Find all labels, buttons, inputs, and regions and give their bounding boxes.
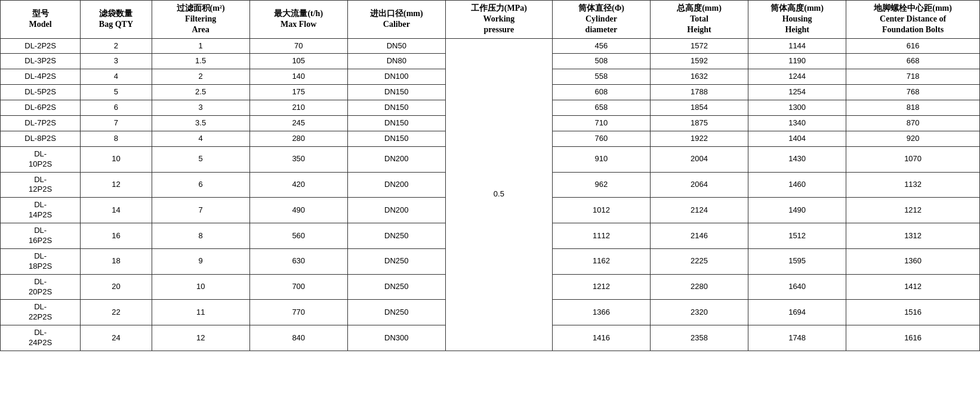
cell-bag: 24	[81, 325, 152, 351]
cell-bag: 5	[81, 85, 152, 100]
cell-bag: 4	[81, 69, 152, 85]
cell-flow: 280	[249, 131, 347, 146]
col-header-area-zh: 过滤面积(m²)FilteringArea	[152, 1, 249, 39]
cell-cylinder: 710	[552, 116, 650, 131]
cell-bag: 18	[81, 248, 152, 274]
cell-model: DL-5P2S	[1, 85, 81, 100]
col-header-model-zh: 型号Model	[1, 1, 81, 39]
cell-model: DL-3P2S	[1, 54, 81, 69]
cell-housing: 1254	[748, 85, 846, 100]
cell-flow: 210	[249, 100, 347, 116]
cell-housing: 1694	[748, 300, 846, 325]
cell-caliber: DN250	[347, 248, 445, 274]
cell-bag: 3	[81, 54, 152, 69]
cell-caliber: DN150	[347, 100, 445, 116]
cell-total: 2225	[650, 248, 748, 274]
cell-model: DL- 14P2S	[1, 198, 81, 223]
cell-bolts: 920	[846, 131, 980, 146]
cell-housing: 1404	[748, 131, 846, 146]
cell-total: 1788	[650, 85, 748, 100]
cell-total: 1632	[650, 69, 748, 85]
cell-model: DL- 10P2S	[1, 146, 81, 172]
cell-bag: 10	[81, 146, 152, 172]
cell-flow: 560	[249, 223, 347, 249]
cell-bolts: 668	[846, 54, 980, 69]
cell-bolts: 1070	[846, 146, 980, 172]
cell-bolts: 616	[846, 38, 980, 54]
cell-housing: 1340	[748, 116, 846, 131]
cell-area: 6	[152, 172, 249, 198]
cell-area: 10	[152, 274, 249, 300]
cell-total: 1854	[650, 100, 748, 116]
cell-area: 2	[152, 69, 249, 85]
cell-total: 1572	[650, 38, 748, 54]
cell-bag: 6	[81, 100, 152, 116]
cell-caliber: DN200	[347, 198, 445, 223]
cell-caliber: DN250	[347, 300, 445, 325]
cell-bolts: 1360	[846, 248, 980, 274]
cell-flow: 840	[249, 325, 347, 351]
cell-bag: 8	[81, 131, 152, 146]
cell-housing: 1244	[748, 69, 846, 85]
cell-housing: 1640	[748, 274, 846, 300]
cell-housing: 1190	[748, 54, 846, 69]
cell-area: 3.5	[152, 116, 249, 131]
cell-total: 2124	[650, 198, 748, 223]
cell-cylinder: 1112	[552, 223, 650, 249]
cell-bolts: 1212	[846, 198, 980, 223]
cell-caliber: DN150	[347, 85, 445, 100]
cell-flow: 140	[249, 69, 347, 85]
col-header-total-zh: 总高度(mm)TotalHeight	[650, 1, 748, 39]
cell-flow: 420	[249, 172, 347, 198]
cell-bag: 7	[81, 116, 152, 131]
cell-bolts: 1132	[846, 172, 980, 198]
cell-bolts: 718	[846, 69, 980, 85]
cell-caliber: DN80	[347, 54, 445, 69]
cell-bolts: 870	[846, 116, 980, 131]
cell-housing: 1144	[748, 38, 846, 54]
cell-bolts: 1312	[846, 223, 980, 249]
cell-housing: 1430	[748, 146, 846, 172]
col-header-caliber-zh: 进出口径(mm)Caliber	[347, 1, 445, 39]
table-row: DL-2P2S2170DN500.545615721144616	[1, 38, 980, 54]
data-table: 型号Model 滤袋数量Bag QTY 过滤面积(m²)FilteringAre…	[0, 0, 980, 351]
cell-model: DL-8P2S	[1, 131, 81, 146]
cell-flow: 175	[249, 85, 347, 100]
col-header-bolts-zh: 地脚螺栓中心距(mm)Center Distance ofFoundation …	[846, 1, 980, 39]
cell-total: 1922	[650, 131, 748, 146]
cell-area: 9	[152, 248, 249, 274]
col-header-housing-zh: 筒体高度(mm)HousingHeight	[748, 1, 846, 39]
cell-model: DL- 24P2S	[1, 325, 81, 351]
cell-model: DL- 18P2S	[1, 248, 81, 274]
col-header-bag-zh: 滤袋数量Bag QTY	[81, 1, 152, 39]
cell-cylinder: 1012	[552, 198, 650, 223]
cell-area: 12	[152, 325, 249, 351]
cell-cylinder: 558	[552, 69, 650, 85]
cell-cylinder: 1212	[552, 274, 650, 300]
cell-area: 7	[152, 198, 249, 223]
cell-area: 8	[152, 223, 249, 249]
cell-housing: 1512	[748, 223, 846, 249]
cell-cylinder: 1416	[552, 325, 650, 351]
cell-flow: 770	[249, 300, 347, 325]
cell-model: DL- 20P2S	[1, 274, 81, 300]
cell-housing: 1300	[748, 100, 846, 116]
cell-caliber: DN250	[347, 223, 445, 249]
cell-cylinder: 760	[552, 131, 650, 146]
cell-flow: 70	[249, 38, 347, 54]
cell-total: 2280	[650, 274, 748, 300]
cell-flow: 350	[249, 146, 347, 172]
cell-total: 1875	[650, 116, 748, 131]
cell-area: 3	[152, 100, 249, 116]
col-header-pressure-zh: 工作压力(MPa)Workingpressure	[445, 1, 552, 39]
cell-cylinder: 508	[552, 54, 650, 69]
cell-total: 2064	[650, 172, 748, 198]
col-header-cylinder-zh: 筒体直径(Φ)Cylinderdiameter	[552, 1, 650, 39]
cell-housing: 1460	[748, 172, 846, 198]
cell-flow: 630	[249, 248, 347, 274]
cell-area: 2.5	[152, 85, 249, 100]
cell-total: 2004	[650, 146, 748, 172]
table-wrapper: 型号Model 滤袋数量Bag QTY 过滤面积(m²)FilteringAre…	[0, 0, 980, 351]
cell-bag: 22	[81, 300, 152, 325]
cell-bag: 12	[81, 172, 152, 198]
